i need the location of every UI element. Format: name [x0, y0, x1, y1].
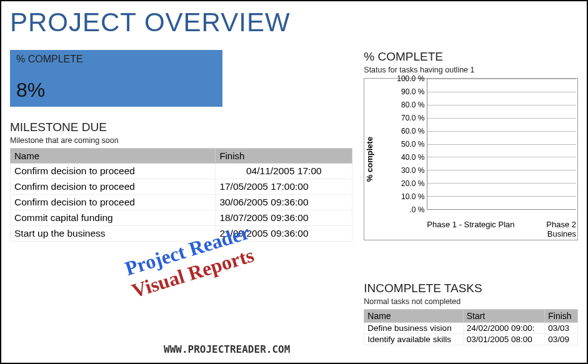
chart-subtitle: Status for tasks having outline 1: [364, 66, 578, 74]
table-row: Start up the business21/09/2005 09:36:00: [11, 226, 352, 242]
incomplete-cell-start: 03/01/2005 08:00: [463, 334, 545, 345]
footer-url: WWW.PROJECTREADER.COM: [164, 343, 290, 355]
chart-gridline: [427, 209, 576, 210]
chart-gridline: [427, 105, 576, 106]
milestone-cell-name: Confirm decision to proceed: [11, 179, 216, 195]
chart-y-tick: 80.0 %: [389, 101, 424, 109]
table-row: Define business vision24/02/2000 09:00:0…: [364, 323, 578, 334]
incomplete-header-name: Name: [364, 310, 463, 323]
left-column: % COMPLETE 8% MILESTONE DUE Milestone th…: [10, 50, 352, 345]
chart-title: % COMPLETE: [364, 50, 578, 64]
milestone-cell-finish: 17/05/2005 17:00:00: [216, 179, 352, 195]
incomplete-cell-name: Identify available skills: [364, 334, 463, 345]
milestone-cell-name: Confirm decision to proceed: [11, 195, 216, 210]
page-title: PROJECT OVERVIEW: [10, 7, 578, 37]
milestone-cell-finish: 21/09/2005 09:36:00: [216, 226, 352, 242]
chart-y-tick: 40.0 %: [389, 153, 424, 162]
percent-complete-label: % COMPLETE: [16, 54, 216, 65]
milestone-cell-finish: 04/11/2005 17:00: [216, 164, 352, 179]
milestone-table: Name Finish Confirm decision to proceed0…: [10, 148, 352, 242]
chart-gridline: [427, 131, 576, 132]
chart-gridline: [427, 170, 576, 170]
incomplete-header-finish: Finish: [545, 310, 578, 323]
table-row: Identify available skills03/01/2005 08:0…: [364, 334, 578, 345]
milestone-cell-finish: 30/06/2005 09:36:00: [216, 195, 352, 210]
chart-container: % complete 100.0 %90.0 %80.0 %70.0 %60.0…: [364, 78, 578, 240]
right-column: % COMPLETE Status for tasks having outli…: [364, 50, 578, 345]
chart-y-tick: .0 %: [389, 205, 424, 214]
chart-x-label: Phase 2Busines: [515, 220, 576, 239]
chart-gridline: [427, 196, 576, 197]
percent-complete-value: 8%: [16, 79, 216, 102]
chart-y-tick: 70.0 %: [389, 114, 424, 122]
chart-x-label: Phase 1 - Strategic Plan: [427, 220, 514, 239]
chart-gridline: [427, 144, 576, 145]
milestone-cell-name: Confirm decision to proceed: [11, 164, 216, 179]
table-row: Confirm decision to proceed04/11/2005 17…: [11, 164, 352, 179]
chart-y-tick: 20.0 %: [389, 179, 424, 188]
chart-gridline: [427, 79, 576, 79]
table-row: Confirm decision to proceed30/06/2005 09…: [11, 195, 352, 210]
chart-y-tick: 100.0 %: [389, 74, 424, 83]
chart-y-axis-label: % complete: [365, 137, 374, 182]
milestone-title: MILESTONE DUE: [10, 121, 352, 134]
incomplete-cell-finish: 03/03: [545, 323, 578, 334]
incomplete-subtitle: Normal tasks not completed: [364, 297, 578, 306]
milestone-cell-finish: 18/07/2005 09:36:00: [216, 210, 352, 226]
chart-y-tick: 60.0 %: [389, 127, 424, 135]
table-row: Confirm decision to proceed17/05/2005 17…: [11, 179, 352, 195]
chart-y-tick: 10.0 %: [389, 192, 424, 201]
chart-gridline: [427, 157, 576, 157]
incomplete-cell-start: 24/02/2000 09:00:: [463, 323, 545, 334]
chart-y-tick: 90.0 %: [389, 87, 424, 96]
chart-gridline: [427, 92, 576, 92]
incomplete-title: INCOMPLETE TASKS: [364, 282, 578, 295]
incomplete-cell-name: Define business vision: [364, 323, 463, 334]
incomplete-header-start: Start: [463, 310, 545, 323]
milestone-cell-name: Start up the business: [11, 226, 216, 242]
incomplete-table: Name Start Finish Define business vision…: [364, 309, 578, 345]
chart-gridline: [427, 118, 576, 119]
milestone-cell-name: Commit capital funding: [11, 210, 216, 226]
table-row: Commit capital funding18/07/2005 09:36:0…: [11, 210, 352, 226]
chart-y-tick: 50.0 %: [389, 140, 424, 149]
incomplete-cell-finish: 03/09: [545, 334, 578, 345]
chart-gridline: [427, 183, 576, 184]
milestone-header-name: Name: [11, 149, 216, 164]
milestone-header-finish: Finish: [216, 149, 352, 164]
milestone-subtitle: Milestone that are coming soon: [10, 136, 352, 145]
percent-complete-box: % COMPLETE 8%: [10, 50, 222, 107]
chart-y-tick: 30.0 %: [389, 166, 424, 175]
